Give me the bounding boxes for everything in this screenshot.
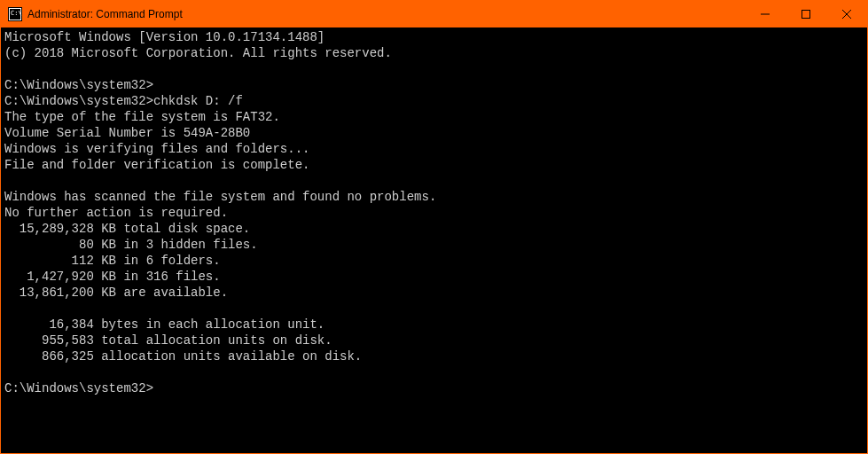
terminal-line: Microsoft Windows [Version 10.0.17134.14… [4, 29, 864, 45]
terminal-line: 15,289,328 KB total disk space. [4, 221, 864, 237]
close-button[interactable] [826, 1, 867, 27]
terminal-line [4, 61, 864, 77]
terminal-line: 80 KB in 3 hidden files. [4, 237, 864, 253]
terminal-line: (c) 2018 Microsoft Corporation. All righ… [4, 45, 864, 61]
terminal-line: 955,583 total allocation units on disk. [4, 333, 864, 348]
terminal-line: 112 KB in 6 folders. [4, 253, 864, 269]
terminal-line [4, 364, 864, 380]
terminal-line: C:\Windows\system32> [4, 77, 864, 93]
terminal-line: Volume Serial Number is 549A-28B0 [4, 125, 864, 141]
terminal-line: 1,427,920 KB in 316 files. [4, 269, 864, 285]
terminal-line [4, 173, 864, 189]
terminal-line: The type of the file system is FAT32. [4, 109, 864, 125]
terminal-line [4, 301, 864, 317]
window-controls [745, 1, 867, 27]
terminal-line: C:\Windows\system32>chkdsk D: /f [4, 93, 864, 109]
terminal-line: Windows is verifying files and folders..… [4, 141, 864, 157]
terminal-line: C:\Windows\system32> [4, 380, 864, 396]
window-title: Administrator: Command Prompt [27, 8, 745, 20]
cmd-icon: C:\ [8, 7, 22, 21]
titlebar[interactable]: C:\ Administrator: Command Prompt [1, 1, 867, 27]
svg-text:C:\: C:\ [11, 10, 22, 17]
terminal-output[interactable]: Microsoft Windows [Version 10.0.17134.14… [1, 27, 867, 453]
terminal-line: No further action is required. [4, 205, 864, 221]
terminal-line: 16,384 bytes in each allocation unit. [4, 317, 864, 333]
terminal-line: 13,861,200 KB are available. [4, 285, 864, 301]
terminal-line: Windows has scanned the file system and … [4, 189, 864, 205]
maximize-button[interactable] [786, 1, 826, 27]
minimize-button[interactable] [745, 1, 786, 27]
terminal-line: File and folder verification is complete… [4, 157, 864, 173]
svg-rect-5 [802, 11, 810, 19]
terminal-line: 866,325 allocation units available on di… [4, 348, 864, 364]
